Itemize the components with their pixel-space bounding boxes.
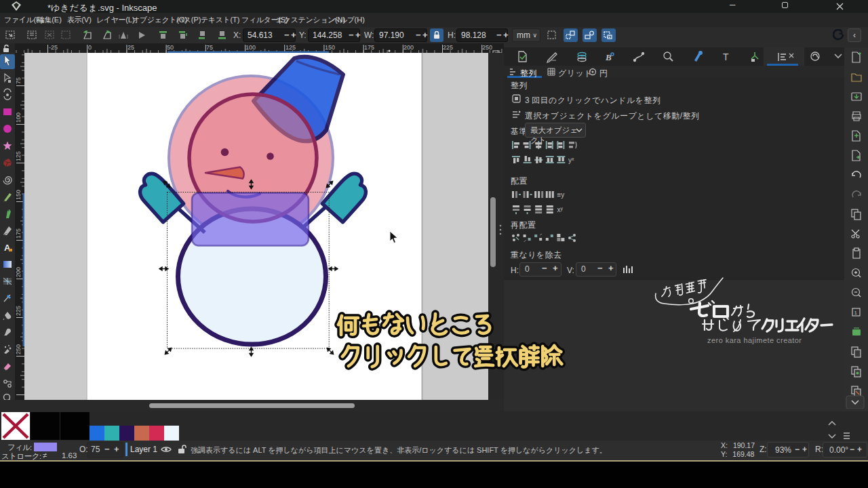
svg-text:T: T (723, 52, 729, 62)
svg-text:100: 100 (15, 113, 22, 123)
svg-text:225: 225 (443, 44, 453, 51)
svg-text:225: 225 (15, 306, 22, 316)
svg-text:-25: -25 (49, 44, 58, 51)
svg-text:250: 250 (482, 44, 492, 51)
svg-text:175: 175 (364, 44, 374, 51)
svg-text:0: 0 (88, 44, 92, 51)
svg-text:75: 75 (15, 77, 22, 84)
svg-text:25: 25 (127, 44, 134, 51)
svg-text:125: 125 (285, 44, 296, 51)
svg-text:150: 150 (15, 190, 22, 200)
svg-text:≡y: ≡y (557, 191, 564, 199)
svg-text:75: 75 (206, 44, 213, 51)
svg-text:125: 125 (15, 151, 22, 161)
svg-text:250: 250 (15, 344, 22, 354)
svg-text:200: 200 (403, 44, 414, 51)
svg-text:50: 50 (167, 44, 174, 51)
svg-text:200: 200 (15, 267, 22, 277)
svg-text:100: 100 (245, 44, 256, 51)
svg-text:yx: yx (568, 157, 574, 164)
svg-text:1: 1 (854, 310, 858, 316)
svg-text:150: 150 (325, 44, 335, 51)
svg-text:xy: xy (557, 206, 563, 214)
svg-text:175: 175 (15, 228, 22, 239)
